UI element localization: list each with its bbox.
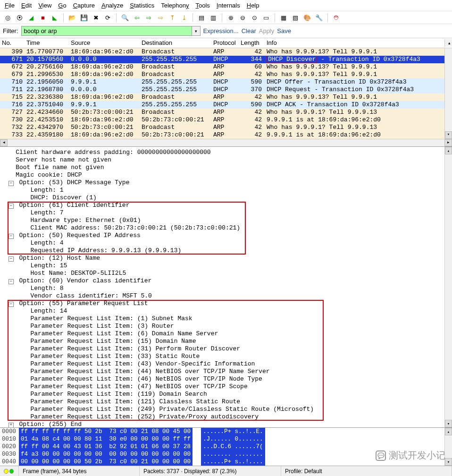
menu-statistics[interactable]: Statistics <box>130 2 154 9</box>
packet-row[interactable]: 39915.770077018:69:da:96:e2:d0BroadcastA… <box>0 48 452 56</box>
tb-back-icon[interactable]: ⇦ <box>132 13 142 22</box>
menu-file[interactable]: File <box>5 2 15 9</box>
packet-bytes-pane[interactable]: ▴▾ 0000ff ff ff ff ff ff 50 2b 73 c0 00 … <box>0 427 452 466</box>
tree-line[interactable]: Client hardware address padding: 0000000… <box>1 149 451 156</box>
tree-line[interactable]: − Option: (53) DHCP Message Type <box>1 179 451 187</box>
tb-first-icon[interactable]: ⤒ <box>167 13 177 22</box>
tree-line[interactable]: Parameter Request List Item: (6) Domain … <box>1 330 451 338</box>
tree-line[interactable]: Length: 1 <box>1 187 451 194</box>
packet-list-hscroll[interactable]: ◂▸ <box>0 139 452 146</box>
tb-colorize-icon[interactable]: ▤ <box>197 13 206 22</box>
col-no[interactable]: No. <box>0 39 25 47</box>
tree-line[interactable]: Boot file name not given <box>1 164 451 171</box>
col-protocol[interactable]: Protocol <box>211 39 239 47</box>
packet-details-pane[interactable]: ▴▾ Client hardware address padding: 0000… <box>0 146 452 427</box>
packet-row[interactable]: 71522.323638018:69:da:96:e2:d0BroadcastA… <box>0 94 452 101</box>
hex-row[interactable]: 0030f4 a3 00 00 00 00 00 00 00 00 00 00 … <box>0 450 452 458</box>
hex-row[interactable]: 0020ff ff 00 44 00 43 01 36 b2 92 01 01 … <box>0 443 452 450</box>
tb-zoom100-icon[interactable]: ⊙ <box>250 13 259 22</box>
hex-row[interactable]: 004000 00 00 00 00 00 50 2b 73 c0 00 21 … <box>0 458 452 466</box>
tb-prefs-icon[interactable]: 🔧 <box>314 13 324 22</box>
filter-apply-link[interactable]: Apply <box>259 27 275 34</box>
tb-stop-icon[interactable]: ■ <box>38 13 48 22</box>
menu-help[interactable]: Help <box>247 2 259 9</box>
col-length[interactable]: Length <box>239 39 265 47</box>
tree-line[interactable]: Parameter Request List Item: (33) Static… <box>1 353 451 360</box>
tree-line[interactable]: Parameter Request List Item: (1) Subnet … <box>1 315 451 323</box>
packet-row[interactable]: 67220.275616018:69:da:96:e2:d0BroadcastA… <box>0 63 452 71</box>
tree-line[interactable]: Length: 7 <box>1 209 451 217</box>
packet-row[interactable]: 67921.299653018:69:da:96:e2:d0BroadcastA… <box>0 71 452 78</box>
tree-line[interactable]: + Option: (255) End <box>1 421 451 427</box>
tree-line[interactable]: − Option: (61) Client identifier <box>1 202 451 209</box>
packet-list-scrollbar[interactable]: ▾ <box>444 48 452 139</box>
tree-line[interactable]: − Option: (55) Parameter Request List <box>1 300 451 307</box>
tb-zoomout-icon[interactable]: ⊖ <box>238 13 247 22</box>
tb-help-icon[interactable]: ⛑ <box>332 13 341 22</box>
packet-row[interactable]: 73022.425351018:69:da:96:e2:d050:2b:73:c… <box>0 116 452 124</box>
tree-line[interactable]: Parameter Request List Item: (44) NetBIO… <box>1 368 451 375</box>
tree-line[interactable]: Magic cookie: DHCP <box>1 171 451 179</box>
expert-info-leds[interactable] <box>0 466 19 476</box>
hex-row[interactable]: 001001 4a 08 c4 00 00 80 11 30 e0 00 00 … <box>0 435 452 443</box>
packet-list[interactable]: ▾ 39915.770077018:69:da:96:e2:d0Broadcas… <box>0 48 452 139</box>
packet-row[interactable]: 72722.423466050:2b:73:c0:00:21BroadcastA… <box>0 109 452 116</box>
packet-row[interactable]: 67120.15705600.0.0.0255.255.255.255DHCP3… <box>0 56 452 63</box>
packet-row[interactable]: 73322.435918018:69:da:96:e2:d050:2b:73:c… <box>0 131 452 139</box>
menu-capture[interactable]: Capture <box>73 2 95 9</box>
col-destination[interactable]: Destination <box>140 39 211 47</box>
tb-open-icon[interactable]: 📂 <box>67 13 77 22</box>
tree-line[interactable]: Hardware type: Ethernet (0x01) <box>1 217 451 224</box>
col-time[interactable]: Time <box>25 39 69 47</box>
tb-coloring-icon[interactable]: 🎨 <box>302 13 312 22</box>
menu-analyze[interactable]: Analyze <box>101 2 123 9</box>
menu-view[interactable]: View <box>38 2 51 9</box>
tb-reload-icon[interactable]: ⟳ <box>103 13 112 22</box>
tree-line[interactable]: Parameter Request List Item: (43) Vendor… <box>1 360 451 368</box>
tree-line[interactable]: Parameter Request List Item: (121) Class… <box>1 398 451 406</box>
tb-last-icon[interactable]: ⤓ <box>179 13 189 22</box>
tree-line[interactable]: Parameter Request List Item: (47) NetBIO… <box>1 383 451 391</box>
tb-close-icon[interactable]: ✖ <box>91 13 100 22</box>
tb-save-icon[interactable]: 💾 <box>79 13 89 22</box>
tree-line[interactable]: Requested IP Address: 9.9.9.13 (9.9.9.13… <box>1 247 451 255</box>
tree-line[interactable]: Parameter Request List Item: (46) NetBIO… <box>1 375 451 383</box>
tb-restart-icon[interactable]: ◣ <box>50 13 59 22</box>
tree-line[interactable]: − Option: (60) Vendor class identifier <box>1 277 451 285</box>
tree-line[interactable]: Length: 15 <box>1 262 451 270</box>
tree-line[interactable]: Parameter Request List Item: (252) Priva… <box>1 413 451 421</box>
menu-telephony[interactable]: Telephony <box>161 2 189 9</box>
tree-line[interactable]: Vendor class identifier: MSFT 5.0 <box>1 292 451 300</box>
filter-expression-link[interactable]: Expression... <box>203 27 239 34</box>
tree-line[interactable]: Parameter Request List Item: (3) Router <box>1 323 451 330</box>
filter-save-link[interactable]: Save <box>277 27 291 34</box>
col-info[interactable]: Info <box>265 39 444 47</box>
tree-line[interactable]: Length: 14 <box>1 307 451 315</box>
tb-start-icon[interactable]: ◢ <box>26 13 36 22</box>
status-profile[interactable]: Profile: Default <box>281 466 452 476</box>
tb-find-icon[interactable]: 🔍 <box>120 13 130 22</box>
tree-line[interactable]: Client MAC address: 50:2b:73:c0:00:21 (5… <box>1 224 451 232</box>
tb-goto-icon[interactable]: ⇨ <box>156 13 165 22</box>
details-scrollbar[interactable]: ▴▾ <box>444 147 452 427</box>
tb-zoomin-icon[interactable]: ⊕ <box>226 13 235 22</box>
hex-scrollbar[interactable]: ▴▾ <box>444 428 452 466</box>
filter-dropdown-icon[interactable]: ▾ <box>192 26 201 36</box>
filter-clear-link[interactable]: Clear <box>242 27 256 34</box>
tb-resize-icon[interactable]: ▭ <box>261 13 271 22</box>
tb-capfilter-icon[interactable]: ▦ <box>279 13 288 22</box>
tree-line[interactable]: − Option: (50) Requested IP Address <box>1 232 451 239</box>
tb-autoscroll-icon[interactable]: ▥ <box>209 13 218 22</box>
packet-row[interactable]: 71022.19560509.9.9.1255.255.255.255DHCP5… <box>0 78 452 86</box>
tree-line[interactable]: Parameter Request List Item: (119) Domai… <box>1 391 451 398</box>
tree-line[interactable]: Server host name not given <box>1 156 451 164</box>
menu-tools[interactable]: Tools <box>196 2 210 9</box>
tree-line[interactable]: Host Name: DESKTOP-5LII2L5 <box>1 270 451 277</box>
packet-row[interactable]: 73222.434297050:2b:73:c0:00:21BroadcastA… <box>0 124 452 131</box>
tb-fwd-icon[interactable]: ⇨ <box>144 13 153 22</box>
scroll-up-icon[interactable]: ▴ <box>444 39 452 47</box>
tree-line[interactable]: DHCP: Discover (1) <box>1 194 451 202</box>
filter-input[interactable] <box>21 26 192 36</box>
menu-edit[interactable]: Edit <box>21 2 32 9</box>
menu-internals[interactable]: Internals <box>217 2 240 9</box>
